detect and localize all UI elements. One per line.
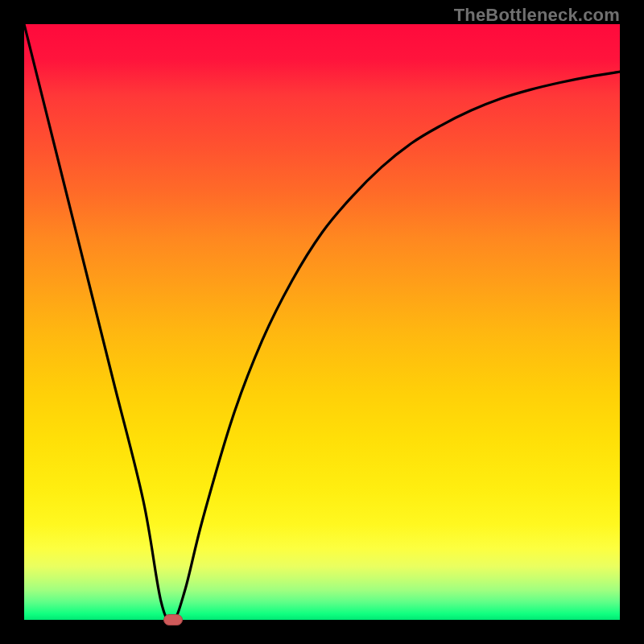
watermark-text: TheBottleneck.com xyxy=(454,5,620,26)
curve-path xyxy=(24,24,620,620)
chart-container: TheBottleneck.com xyxy=(0,0,644,644)
minimum-marker xyxy=(163,614,183,625)
bottleneck-curve xyxy=(24,24,620,620)
plot-area xyxy=(24,24,620,620)
